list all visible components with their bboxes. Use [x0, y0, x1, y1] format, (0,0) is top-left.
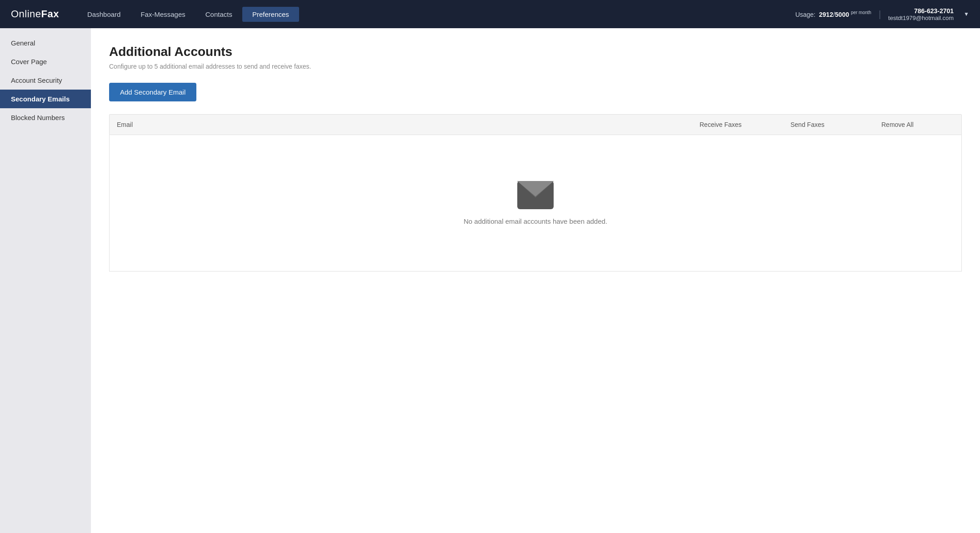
- sidebar-item-account-security[interactable]: Account Security: [0, 71, 91, 90]
- account-phone: 786-623-2701: [914, 7, 954, 15]
- account-dropdown[interactable]: 786-623-2701 testdt1979@hotmail.com: [888, 7, 954, 21]
- nav-preferences[interactable]: Preferences: [242, 7, 299, 22]
- table-col-receive: Receive Faxes: [700, 121, 790, 128]
- table-body: No additional email accounts have been a…: [109, 135, 962, 272]
- usage-max: 5000: [835, 11, 849, 18]
- nav-divider: |: [879, 9, 881, 20]
- logo-text-plain: Online: [11, 8, 41, 20]
- usage-display: Usage: 2912/5000 per month: [795, 10, 871, 18]
- page-subtitle: Configure up to 5 additional email addre…: [109, 63, 962, 70]
- empty-email-icon: [517, 181, 554, 209]
- nav-dashboard[interactable]: Dashboard: [77, 7, 130, 22]
- account-email: testdt1979@hotmail.com: [888, 15, 954, 21]
- top-navigation: OnlineFax Dashboard Fax-Messages Contact…: [0, 0, 980, 28]
- sidebar: General Cover Page Account Security Seco…: [0, 28, 91, 533]
- nav-contacts[interactable]: Contacts: [195, 7, 242, 22]
- sidebar-item-general[interactable]: General: [0, 34, 91, 52]
- nav-right: Usage: 2912/5000 per month | 786-623-270…: [795, 7, 969, 21]
- logo-text-bold: Fax: [41, 8, 59, 20]
- account-dropdown-arrow[interactable]: ▼: [964, 11, 969, 17]
- nav-links: Dashboard Fax-Messages Contacts Preferen…: [77, 7, 299, 22]
- sidebar-item-secondary-emails[interactable]: Secondary Emails: [0, 90, 91, 108]
- empty-state-text: No additional email accounts have been a…: [464, 217, 607, 225]
- nav-left: OnlineFax Dashboard Fax-Messages Contact…: [11, 7, 299, 22]
- nav-fax-messages[interactable]: Fax-Messages: [130, 7, 195, 22]
- add-secondary-email-button[interactable]: Add Secondary Email: [109, 83, 196, 101]
- table-col-remove: Remove All: [881, 121, 954, 128]
- page-title: Additional Accounts: [109, 45, 962, 59]
- sidebar-item-cover-page[interactable]: Cover Page: [0, 52, 91, 71]
- main-content: Additional Accounts Configure up to 5 ad…: [91, 28, 980, 533]
- table-col-send: Send Faxes: [790, 121, 881, 128]
- usage-current: 2912: [819, 11, 833, 18]
- usage-period: per month: [851, 10, 871, 15]
- logo[interactable]: OnlineFax: [11, 8, 59, 20]
- sidebar-item-blocked-numbers[interactable]: Blocked Numbers: [0, 108, 91, 127]
- table-header: Email Receive Faxes Send Faxes Remove Al…: [109, 114, 962, 135]
- usage-label: Usage:: [795, 11, 815, 18]
- table-col-email: Email: [117, 121, 700, 128]
- page-layout: General Cover Page Account Security Seco…: [0, 28, 980, 533]
